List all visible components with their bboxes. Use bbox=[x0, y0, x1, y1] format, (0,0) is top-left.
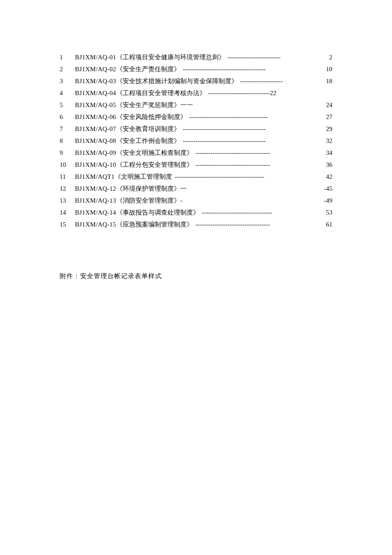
toc-title: 《安全工作例会制度》 bbox=[116, 135, 180, 147]
toc-row: 7 BJ1XM/AQ-07 《安全教育培训制度》 ---------------… bbox=[60, 123, 332, 135]
appendix-note: 附件：安全管理台帐记录表单样式 bbox=[60, 272, 332, 280]
toc-number: 15 bbox=[60, 218, 75, 230]
toc-title: 《安全教育培训制度》 bbox=[116, 123, 180, 135]
toc-row: 1 BJ1XM/AQ-01 《工程项目安全健康与环境管理总则》 --------… bbox=[60, 51, 332, 63]
toc-title: 《应急预案编制管理制度》 bbox=[116, 218, 193, 230]
toc-leader: --------------------------------------- bbox=[180, 63, 325, 75]
toc-page: 29 bbox=[325, 123, 332, 135]
toc-title: 《安全风险抵押金制度》 bbox=[116, 111, 187, 123]
toc-code: BJ1XM/AQ-12 bbox=[75, 183, 116, 195]
toc-number: 4 bbox=[60, 87, 75, 99]
toc-leader: ------------------------- bbox=[225, 51, 329, 63]
toc-row: 4 BJ1XM/AQ-04 《工程项目安全管理考核办法》 -----------… bbox=[60, 87, 332, 99]
toc-code: BJ1XM/AQ-09 bbox=[75, 147, 116, 159]
toc-leader: -----------------------------22 bbox=[206, 87, 331, 99]
toc-title: 《工程项目安全管理考核办法》 bbox=[116, 87, 206, 99]
toc-title: 《安全文明施工检查制度》 bbox=[116, 147, 193, 159]
toc-title: 《安全生产奖惩制度》一一 bbox=[116, 99, 193, 111]
toc-page: -45 bbox=[320, 183, 332, 195]
toc-code: BJ1XM/AQ-15 bbox=[75, 218, 116, 230]
toc-page: 24 bbox=[325, 99, 332, 111]
toc-title: 《事故报告与调查处理制度》 bbox=[116, 206, 199, 218]
toc-page: 36 bbox=[325, 159, 332, 171]
toc-code: BJ1XM/AQ-08 bbox=[75, 135, 116, 147]
toc-number: 7 bbox=[60, 123, 75, 135]
toc-number: 10 bbox=[60, 159, 75, 171]
toc-code: BJ1XM/AQ-04 bbox=[75, 87, 116, 99]
toc-page: 32 bbox=[325, 135, 332, 147]
toc-page: 10 bbox=[325, 63, 332, 75]
toc-number: 1 bbox=[60, 51, 75, 63]
toc-page: 61 bbox=[325, 218, 332, 230]
toc-title: 《安全生产责任制度》 bbox=[116, 63, 180, 75]
toc-row: 13 BJ1XM/AQ-13 《消防安全管理制度》- -49 bbox=[60, 195, 332, 206]
toc-leader: ----------------------------------- bbox=[193, 147, 325, 159]
toc-leader: ------------------------------------- bbox=[187, 111, 325, 123]
toc-row: 6 BJ1XM/AQ-06 《安全风险抵押金制度》 --------------… bbox=[60, 111, 332, 123]
table-of-contents: 1 BJ1XM/AQ-01 《工程项目安全健康与环境管理总则》 --------… bbox=[60, 51, 332, 230]
toc-number: 12 bbox=[60, 183, 75, 195]
toc-title: 《工程分包安全管理制度》 bbox=[116, 159, 193, 171]
toc-number: 13 bbox=[60, 195, 75, 206]
toc-title: 《环境保护管理制度》一 bbox=[116, 183, 187, 195]
toc-leader: ----------------------------------------… bbox=[172, 171, 325, 183]
toc-number: 5 bbox=[60, 99, 75, 111]
toc-code: BJ1XM/AQ-10 bbox=[75, 159, 116, 171]
toc-code: BJ1XM/AQ-01 bbox=[75, 51, 116, 63]
toc-page: 27 bbox=[325, 111, 332, 123]
toc-row: 2 BJ1XM/AQ-02 《安全生产责任制度》 ---------------… bbox=[60, 63, 332, 75]
toc-number: 6 bbox=[60, 111, 75, 123]
toc-title: 《消防安全管理制度》- bbox=[116, 195, 182, 206]
toc-title: 《文明施工管理制度 bbox=[115, 171, 172, 183]
toc-title: 《安全技术措施计划编制与资金保障制度》 bbox=[116, 75, 238, 87]
toc-code: BJ1XM/AQ-14 bbox=[75, 206, 116, 218]
toc-page: -49 bbox=[320, 195, 332, 206]
toc-number: 3 bbox=[60, 75, 75, 87]
toc-page: 53 bbox=[325, 206, 332, 218]
toc-row: 3 BJ1XM/AQ-03 《安全技术措施计划编制与资金保障制度》 ------… bbox=[60, 75, 332, 87]
toc-row: 15 BJ1XM/AQ-15 《应急预案编制管理制度》 ------------… bbox=[60, 218, 332, 230]
toc-leader: --------------------------------------- bbox=[180, 135, 325, 147]
toc-code: BJ1XM/AQ-02 bbox=[75, 63, 116, 75]
toc-code: BJ1XM/AQ-06 bbox=[75, 111, 116, 123]
toc-number: 9 bbox=[60, 147, 75, 159]
toc-page: 34 bbox=[325, 147, 332, 159]
toc-code: BJ1XM/AQ-13 bbox=[75, 195, 116, 206]
toc-leader: --------------------------------------- bbox=[180, 123, 325, 135]
toc-number: 8 bbox=[60, 135, 75, 147]
toc-number: 2 bbox=[60, 63, 75, 75]
toc-number: 14 bbox=[60, 206, 75, 218]
toc-title: 《工程项目安全健康与环境管理总则》 bbox=[116, 51, 225, 63]
toc-row: 12 BJ1XM/AQ-12 《环境保护管理制度》一 -45 bbox=[60, 183, 332, 195]
toc-page: 18 bbox=[325, 75, 332, 87]
toc-page: 2 bbox=[329, 51, 333, 63]
toc-code: BJ1XM/AQ-07 bbox=[75, 123, 116, 135]
toc-row: 5 BJ1XM/AQ-05 《安全生产奖惩制度》一一 24 bbox=[60, 99, 332, 111]
toc-code: BJ1XM/AQT1 bbox=[75, 171, 115, 183]
toc-leader: -------------------- bbox=[238, 75, 325, 87]
toc-number: 11 bbox=[60, 171, 75, 183]
toc-row: 8 BJ1XM/AQ-08 《安全工作例会制度》 ---------------… bbox=[60, 135, 332, 147]
toc-code: BJ1XM/AQ-05 bbox=[75, 99, 116, 111]
toc-row: 9 BJ1XM/AQ-09 《安全文明施工检查制度》 -------------… bbox=[60, 147, 332, 159]
toc-row: 11 BJ1XM/AQT1 《文明施工管理制度 ----------------… bbox=[60, 171, 332, 183]
toc-leader: ----------------------------------- bbox=[193, 218, 325, 230]
toc-page: 42 bbox=[325, 171, 332, 183]
toc-row: 14 BJ1XM/AQ-14 《事故报告与调查处理制度》 -----------… bbox=[60, 206, 332, 218]
toc-leader: --------------------------------- bbox=[199, 206, 325, 218]
toc-row: 10 BJ1XM/AQ-10 《工程分包安全管理制度》 ------------… bbox=[60, 159, 332, 171]
toc-code: BJ1XM/AQ-03 bbox=[75, 75, 116, 87]
toc-leader: ----------------------------------- bbox=[193, 159, 325, 171]
